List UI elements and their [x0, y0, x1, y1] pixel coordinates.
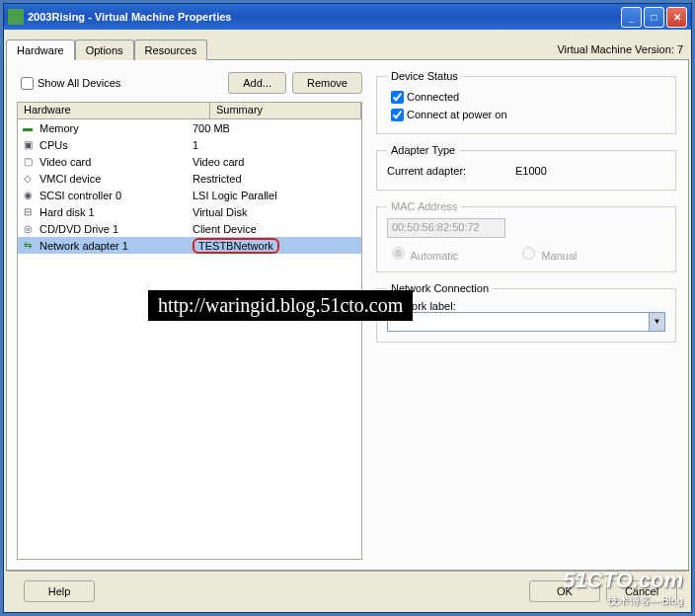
list-item: ▣CPUs1: [18, 136, 361, 153]
chevron-down-icon: ▼: [649, 313, 664, 331]
network-icon: ⇆: [20, 239, 36, 253]
list-item: ⊟Hard disk 1Virtual Disk: [18, 203, 361, 220]
list-item: ◇VMCI deviceRestricted: [18, 170, 361, 187]
network-connection-group: Network Connection Network label: ▼: [376, 282, 676, 343]
list-item: ▬Memory700 MB: [18, 119, 361, 136]
tab-options[interactable]: Options: [75, 39, 134, 60]
tab-strip: Hardware Options Resources: [6, 38, 207, 59]
watermark-text: http://waringid.blog.51cto.com: [148, 290, 413, 321]
list-item: ◎CD/DVD Drive 1Client Device: [18, 220, 361, 237]
memory-icon: ▬: [20, 121, 36, 135]
disk-icon: ⊟: [20, 205, 36, 219]
help-button[interactable]: Help: [24, 580, 95, 602]
connected-checkbox[interactable]: [391, 91, 404, 104]
hardware-list[interactable]: ▬Memory700 MB ▣CPUs1 ▢Video cardVideo ca…: [17, 119, 362, 560]
window-title: 2003Rising - Virtual Machine Properties: [28, 11, 619, 23]
mac-manual-radio: [522, 247, 535, 260]
adapter-value: E1000: [515, 165, 547, 177]
adapter-type-group: Adapter Type Current adapter:E1000: [376, 144, 676, 191]
minimize-button[interactable]: _: [621, 7, 642, 28]
mac-auto-radio: [392, 247, 405, 260]
network-label-dropdown[interactable]: ▼: [387, 312, 665, 332]
list-item: ◉SCSI controller 0LSI Logic Parallel: [18, 187, 361, 203]
highlight-box: TESTBNetwork: [193, 238, 279, 254]
titlebar[interactable]: 2003Rising - Virtual Machine Properties …: [4, 4, 691, 30]
list-item-selected: ⇆Network adapter 1TESTBNetwork: [18, 237, 361, 254]
device-status-group: Device Status Connected Connect at power…: [376, 70, 676, 134]
vmci-icon: ◇: [20, 172, 36, 186]
connect-poweron-checkbox[interactable]: [391, 109, 404, 121]
site-logo: 51CTO.com 技术博客—Blog: [563, 568, 683, 608]
show-all-devices-checkbox[interactable]: [21, 77, 34, 90]
tab-hardware[interactable]: Hardware: [6, 39, 75, 60]
app-icon: [8, 9, 24, 25]
maximize-button[interactable]: □: [644, 7, 664, 28]
tab-resources[interactable]: Resources: [134, 39, 208, 60]
show-all-devices-label: Show All Devices: [38, 77, 120, 89]
cpu-icon: ▣: [20, 138, 36, 152]
hardware-list-header: Hardware Summary: [17, 102, 362, 119]
col-hardware[interactable]: Hardware: [18, 103, 210, 118]
remove-button[interactable]: Remove: [292, 72, 362, 94]
video-icon: ▢: [20, 155, 36, 169]
list-item: ▢Video cardVideo card: [18, 153, 361, 170]
device-status-legend: Device Status: [387, 70, 462, 82]
adapter-label: Current adapter:: [387, 165, 515, 177]
close-button[interactable]: ✕: [666, 7, 687, 28]
add-button[interactable]: Add...: [228, 72, 286, 94]
scsi-icon: ◉: [20, 189, 36, 202]
col-summary[interactable]: Summary: [210, 103, 361, 118]
cd-icon: ◎: [20, 222, 36, 236]
mac-address-group: MAC Address 00:50:56:82:50:72 Automatic …: [376, 200, 676, 272]
adapter-legend: Adapter Type: [387, 144, 459, 156]
mac-legend: MAC Address: [387, 200, 461, 212]
mac-input: 00:50:56:82:50:72: [387, 218, 505, 238]
client-area: Hardware Options Resources Virtual Machi…: [4, 30, 691, 612]
vm-version-label: Virtual Machine Version: 7: [551, 43, 689, 59]
net-label: Network label:: [387, 300, 665, 312]
